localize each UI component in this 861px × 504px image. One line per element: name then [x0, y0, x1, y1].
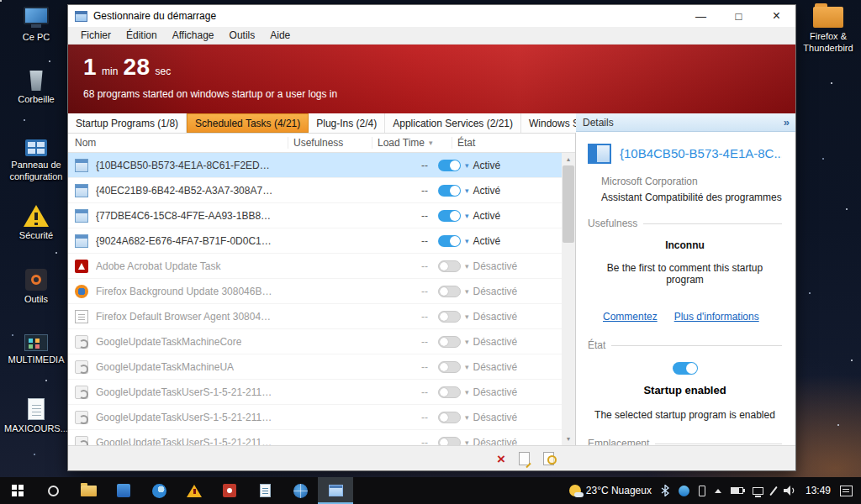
- row-toggle[interactable]: [438, 235, 461, 247]
- chevron-down-icon[interactable]: ▾: [429, 139, 433, 147]
- taskbar-startup-manager-active[interactable]: [318, 477, 353, 504]
- taskbar-edge[interactable]: [141, 477, 177, 504]
- chevron-down-icon[interactable]: ▾: [465, 312, 469, 321]
- pen-icon[interactable]: [769, 486, 778, 495]
- tab-plug-ins[interactable]: Plug-Ins (2/4): [309, 113, 385, 133]
- status-dot-icon[interactable]: [679, 486, 689, 496]
- chevron-down-icon[interactable]: ▾: [465, 212, 469, 220]
- chevron-down-icon[interactable]: ▾: [465, 338, 469, 346]
- row-toggle[interactable]: [438, 412, 461, 423]
- menu-aide[interactable]: Aide: [262, 29, 298, 41]
- row-toggle[interactable]: [438, 336, 461, 348]
- chevron-down-icon[interactable]: ▾: [465, 388, 469, 396]
- comment-link[interactable]: Commentez: [603, 311, 658, 323]
- details-state-toggle[interactable]: [673, 362, 698, 375]
- row-toggle[interactable]: [438, 361, 461, 373]
- desktop-icon-firefox-thunderbird[interactable]: Firefox & Thunderbird: [796, 7, 860, 55]
- scrollbar-track[interactable]: [562, 165, 575, 433]
- menu-edition[interactable]: Édition: [119, 29, 165, 41]
- menu-affichage[interactable]: Affichage: [165, 29, 222, 41]
- chevron-down-icon[interactable]: ▾: [465, 363, 469, 371]
- desktop-icon-securite[interactable]: Sécurité: [3, 205, 69, 242]
- column-header-etat[interactable]: État: [452, 137, 562, 149]
- table-row[interactable]: GoogleUpdateTaskUserS-1-5-21-2112380877.…: [68, 405, 562, 430]
- taskbar-browser[interactable]: [283, 477, 318, 504]
- desktop-icon-multimedia[interactable]: MULTIMEDIA: [3, 334, 69, 366]
- bluetooth-icon[interactable]: [661, 485, 669, 496]
- tray-expand-icon[interactable]: [715, 489, 721, 493]
- battery-icon[interactable]: [731, 487, 743, 494]
- table-row[interactable]: Firefox Background Update 308046B0AF4A3.…: [68, 279, 562, 304]
- delete-icon[interactable]: ×: [497, 452, 505, 466]
- row-toggle[interactable]: [438, 437, 461, 446]
- chevron-down-icon[interactable]: ▾: [465, 287, 469, 296]
- table-row[interactable]: GoogleUpdateTaskUserS-1-5-21-2112380877.…: [68, 380, 562, 405]
- cortana-search-button[interactable]: [35, 477, 71, 504]
- table-row[interactable]: {40EC21B9-6B42-4B52-A3A7-308A772D42EF} -…: [68, 178, 562, 203]
- edit-icon[interactable]: [519, 452, 530, 465]
- table-row[interactable]: {77DBE4C6-15C8-4F7E-AA93-1BB810320B7C} -…: [68, 203, 562, 228]
- column-header-load-time[interactable]: Load Time ▾: [372, 137, 452, 149]
- more-info-link[interactable]: Plus d'informations: [674, 311, 759, 323]
- tab-scheduled-tasks[interactable]: Scheduled Tasks (4/21): [187, 113, 309, 133]
- table-row[interactable]: GoogleUpdateTaskMachineCore -- ▾Désactiv…: [68, 329, 562, 354]
- row-toggle[interactable]: [438, 185, 461, 197]
- row-toggle[interactable]: [438, 386, 461, 398]
- chevron-down-icon[interactable]: ▾: [465, 438, 469, 446]
- table-row[interactable]: {10B4CB50-B573-4E1A-8C61-F2ED8B8D680C} -…: [68, 153, 562, 178]
- phone-icon[interactable]: [699, 486, 705, 496]
- chevron-down-icon[interactable]: ▾: [465, 413, 469, 422]
- taskbar-clock[interactable]: 13:49: [806, 485, 831, 496]
- desktop-icon-maxicours[interactable]: MAXICOURS...: [3, 398, 69, 435]
- column-header-nom[interactable]: Nom: [68, 137, 288, 149]
- tab-startup-programs[interactable]: Startup Programs (1/8): [68, 113, 187, 133]
- chevron-down-icon[interactable]: ▾: [465, 237, 469, 245]
- taskbar-file-explorer[interactable]: [71, 477, 106, 504]
- row-toggle[interactable]: [438, 160, 461, 171]
- row-toggle[interactable]: [438, 286, 461, 297]
- scroll-down-icon[interactable]: ▾: [562, 433, 575, 445]
- column-header-usefulness[interactable]: Usefulness: [288, 137, 372, 149]
- chevron-down-icon[interactable]: ▾: [465, 161, 469, 170]
- expand-panel-icon[interactable]: »: [784, 116, 789, 129]
- row-name: GoogleUpdateTaskUserS-1-5-21-2112380877.…: [96, 437, 274, 446]
- taskbar-warning-app[interactable]: [177, 477, 212, 504]
- taskbar-app-blue[interactable]: [106, 477, 141, 504]
- table-row[interactable]: GoogleUpdateTaskMachineUA -- ▾Désactivé: [68, 354, 562, 380]
- close-button[interactable]: ×: [758, 5, 795, 27]
- start-button[interactable]: [0, 477, 35, 504]
- weather-widget[interactable]: 23°C Nuageux: [569, 485, 652, 496]
- search-icon[interactable]: [543, 452, 554, 465]
- volume-icon[interactable]: [784, 486, 796, 496]
- scrollbar-thumb[interactable]: [563, 165, 574, 243]
- network-icon[interactable]: [753, 487, 763, 495]
- boot-seconds-unit: sec: [156, 66, 172, 77]
- menu-outils[interactable]: Outils: [222, 29, 263, 41]
- row-toggle[interactable]: [438, 210, 461, 222]
- taskbar-document-app[interactable]: [247, 477, 283, 504]
- vertical-scrollbar[interactable]: ▴ ▾: [562, 153, 575, 445]
- minimize-button[interactable]: —: [682, 5, 720, 27]
- menu-fichier[interactable]: Fichier: [73, 29, 119, 41]
- row-state: Activé: [473, 210, 501, 222]
- desktop-icon-corbeille[interactable]: Corbeille: [3, 71, 69, 106]
- task-icon: [75, 184, 88, 197]
- table-row[interactable]: {9024A682-E676-4FA7-B71F-0D0C18ABC156} -…: [68, 228, 562, 254]
- desktop-icon-panneau-config[interactable]: Panneau de configuration: [3, 139, 69, 183]
- chevron-down-icon[interactable]: ▾: [465, 262, 469, 270]
- maximize-button[interactable]: □: [720, 5, 758, 27]
- scroll-up-icon[interactable]: ▴: [562, 153, 575, 165]
- row-load-time: --: [358, 412, 438, 423]
- desktop-icon-ce-pc[interactable]: Ce PC: [3, 7, 69, 44]
- table-row[interactable]: GoogleUpdateTaskUserS-1-5-21-2112380877.…: [68, 430, 562, 445]
- tab-application-services[interactable]: Application Services (2/21): [385, 113, 521, 133]
- title-bar[interactable]: Gestionnaire du démarrage — □ ×: [68, 5, 795, 27]
- desktop-icon-outils[interactable]: Outils: [3, 269, 69, 306]
- taskbar-red-app[interactable]: [212, 477, 247, 504]
- table-row[interactable]: Firefox Default Browser Agent 308046B0AF…: [68, 304, 562, 329]
- chevron-down-icon[interactable]: ▾: [465, 186, 469, 195]
- row-toggle[interactable]: [438, 311, 461, 323]
- table-row[interactable]: Adobe Acrobat Update Task -- ▾Désactivé: [68, 254, 562, 279]
- notification-center-icon[interactable]: [840, 486, 853, 496]
- row-toggle[interactable]: [438, 260, 461, 272]
